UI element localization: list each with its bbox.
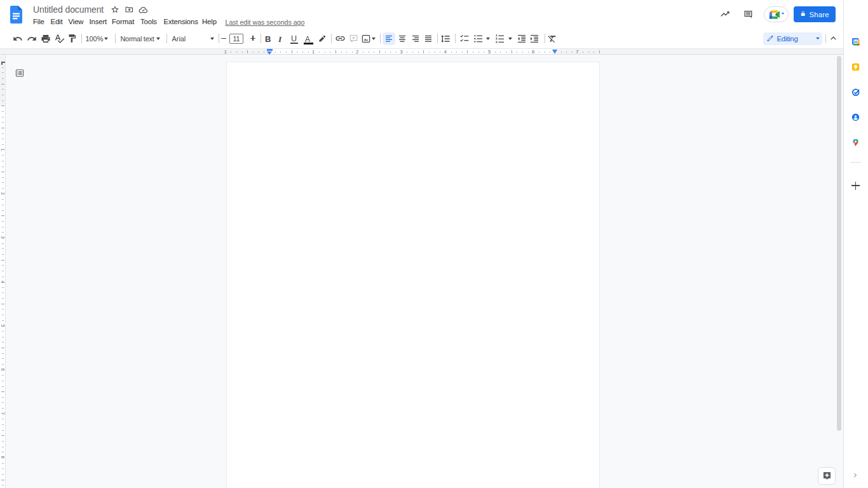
svg-text:31: 31 [853,40,857,44]
